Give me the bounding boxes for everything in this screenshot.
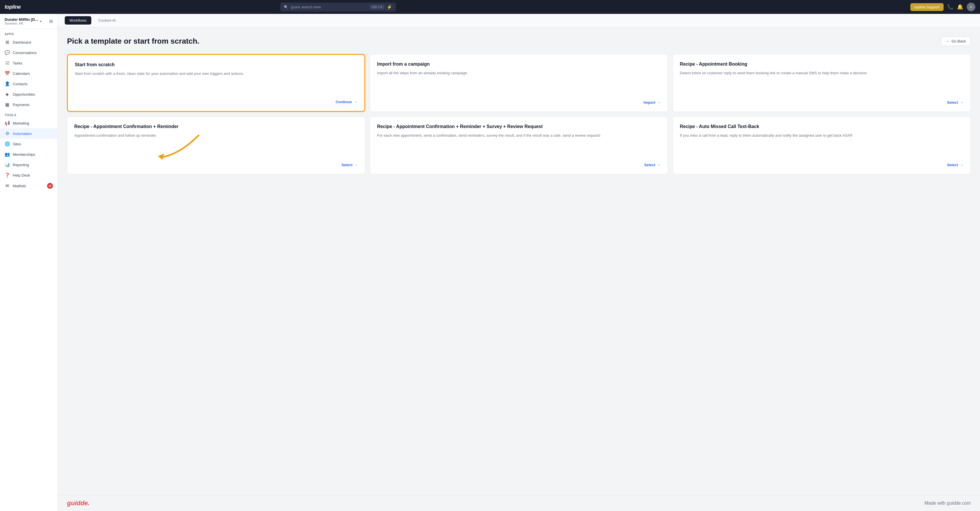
automation-icon: ⚙: [5, 131, 10, 136]
sidebar-item-mailfold[interactable]: ✉ Mailfold 22: [0, 180, 57, 191]
page-title: Pick a template or start from scratch.: [67, 37, 199, 46]
template-card-appt-booking[interactable]: Recipe - Appointment Booking Detect inte…: [673, 54, 971, 112]
conversations-icon: 💬: [5, 50, 10, 55]
guidde-logo: guidde.: [67, 500, 89, 507]
back-arrow-icon: ←: [946, 39, 950, 43]
sidebar-item-label: Dashboard: [13, 40, 31, 45]
template-card-import-campaign[interactable]: Import from a campaign Import all the st…: [370, 54, 668, 112]
support-button[interactable]: topline Support: [910, 3, 943, 11]
sidebar-item-conversations[interactable]: 💬 Conversations: [0, 48, 57, 58]
card-description: Import all the steps from an already exi…: [377, 70, 661, 94]
card-description: Start from scratch with a fresh, clean s…: [75, 71, 357, 94]
card-action-import[interactable]: Import →: [377, 100, 661, 105]
sidebar-item-memberships[interactable]: 👥 Memberships: [0, 149, 57, 159]
search-icon: 🔍: [284, 5, 288, 9]
reporting-icon: 📊: [5, 162, 10, 167]
sidebar-item-label: Calendars: [13, 72, 30, 76]
sidebar-item-opportunities[interactable]: ◈ Opportunities: [0, 89, 57, 99]
apps-section-label: Apps: [0, 29, 57, 37]
sidebar-item-contacts[interactable]: 👤 Contacts: [0, 79, 57, 89]
content-area: Workflows Content AI Pick a template or …: [58, 14, 980, 511]
card-action-select[interactable]: Select →: [680, 163, 964, 167]
card-action-select[interactable]: Select →: [680, 100, 964, 105]
card-action-select[interactable]: Select →: [74, 163, 358, 167]
sidebar-item-calendars[interactable]: 📅 Calendars: [0, 68, 57, 79]
sidebar-item-label: Reporting: [13, 163, 29, 167]
card-title: Recipe - Appointment Confirmation + Remi…: [74, 124, 358, 130]
card-title: Recipe - Appointment Confirmation + Remi…: [377, 124, 661, 130]
dashboard-icon: ⊞: [5, 40, 10, 45]
contacts-icon: 👤: [5, 81, 10, 86]
bell-icon[interactable]: 🔔: [957, 4, 963, 10]
sidebar-item-sites[interactable]: 🌐 Sites: [0, 139, 57, 149]
nav-actions: topline Support 📞 🔔 U: [910, 3, 975, 11]
template-card-appt-survey[interactable]: Recipe - Appointment Confirmation + Remi…: [370, 116, 668, 174]
app-logo: topline: [5, 4, 21, 10]
payments-icon: ▦: [5, 102, 10, 107]
card-description: Detect intent on customer reply to send …: [680, 70, 964, 94]
sidebar-item-tasks[interactable]: ☑ Tasks: [0, 58, 57, 68]
opportunities-icon: ◈: [5, 92, 10, 97]
memberships-icon: 👥: [5, 152, 10, 157]
sidebar-item-label: Contacts: [13, 82, 27, 86]
arrow-right-icon: →: [657, 100, 661, 105]
sidebar-item-label: Opportunities: [13, 92, 35, 97]
arrow-right-icon: →: [354, 100, 357, 104]
sidebar: Dunder Mifflin [D... Scranton, PA ▾ ⊞ Ap…: [0, 14, 58, 511]
sidebar-item-label: Memberships: [13, 152, 35, 157]
sidebar-item-label: Marketing: [13, 121, 29, 126]
search-placeholder: Quick search here: [291, 5, 368, 9]
tools-section-label: Tools: [0, 110, 57, 118]
sub-nav: Workflows Content AI: [58, 14, 980, 27]
top-nav: topline 🔍 Quick search here Ctrl + K ⚡ t…: [0, 0, 980, 14]
sidebar-item-label: Sites: [13, 142, 21, 146]
chevron-down-icon: ▾: [40, 19, 41, 24]
card-title: Import from a campaign: [377, 61, 661, 67]
card-description: If you miss a call from a lead, reply to…: [680, 133, 964, 157]
mailfold-icon: ✉: [5, 183, 10, 188]
card-title: Recipe - Auto Missed Call Text-Back: [680, 124, 964, 130]
tab-workflows[interactable]: Workflows: [65, 16, 91, 25]
card-title: Start from scratch: [75, 62, 357, 68]
company-selector[interactable]: Dunder Mifflin [D... Scranton, PA ▾: [5, 18, 41, 25]
arrow-right-icon: →: [354, 163, 358, 167]
card-title: Recipe - Appointment Booking: [680, 61, 964, 67]
template-card-start-from-scratch[interactable]: Start from scratch Start from scratch wi…: [67, 54, 365, 112]
tasks-icon: ☑: [5, 60, 10, 65]
sidebar-header: Dunder Mifflin [D... Scranton, PA ▾ ⊞: [0, 14, 57, 29]
company-location: Scranton, PA: [5, 22, 38, 25]
avatar[interactable]: U: [967, 3, 975, 11]
tab-content-ai[interactable]: Content AI: [94, 16, 121, 25]
card-description: For each new appointment, send a confirm…: [377, 133, 661, 157]
sidebar-item-payments[interactable]: ▦ Payments: [0, 99, 57, 110]
company-name: Dunder Mifflin [D...: [5, 18, 38, 22]
helpdesk-icon: ❓: [5, 172, 10, 178]
sidebar-item-helpdesk[interactable]: ❓ Help Desk: [0, 170, 57, 180]
phone-icon[interactable]: 📞: [947, 4, 953, 10]
card-action-continue[interactable]: Continue →: [75, 100, 357, 104]
mailfold-badge: 22: [47, 183, 53, 189]
search-bar[interactable]: 🔍 Quick search here Ctrl + K ⚡: [280, 3, 396, 11]
page-title-row: Pick a template or start from scratch. ←…: [67, 37, 971, 46]
go-back-button[interactable]: ← Go Back: [941, 37, 971, 46]
arrow-right-icon: →: [960, 163, 964, 167]
arrow-right-icon: →: [960, 100, 964, 105]
sidebar-item-label: Automation: [13, 132, 32, 136]
arrow-right-icon: →: [657, 163, 661, 167]
sidebar-item-reporting[interactable]: 📊 Reporting: [0, 159, 57, 170]
sites-icon: 🌐: [5, 141, 10, 146]
card-description: Appointment confirmation and follow up r…: [74, 133, 358, 157]
sidebar-item-dashboard[interactable]: ⊞ Dashboard: [0, 37, 57, 48]
sidebar-item-label: Help Desk: [13, 173, 30, 177]
grid-icon[interactable]: ⊞: [49, 19, 53, 24]
sidebar-item-automation[interactable]: ⚙ Automation: [0, 128, 57, 139]
search-shortcut: Ctrl + K: [370, 5, 384, 9]
guidde-footer: guidde. Made with guidde.com: [58, 495, 980, 511]
app-body: Dunder Mifflin [D... Scranton, PA ▾ ⊞ Ap…: [0, 14, 980, 511]
sidebar-item-marketing[interactable]: 📢 Marketing: [0, 118, 57, 128]
template-grid: Start from scratch Start from scratch wi…: [67, 54, 971, 174]
card-action-select[interactable]: Select →: [377, 163, 661, 167]
guidde-tagline: Made with guidde.com: [924, 501, 971, 506]
template-card-appt-confirmation-reminder[interactable]: Recipe - Appointment Confirmation + Remi…: [67, 116, 365, 174]
template-card-missed-call[interactable]: Recipe - Auto Missed Call Text-Back If y…: [673, 116, 971, 174]
